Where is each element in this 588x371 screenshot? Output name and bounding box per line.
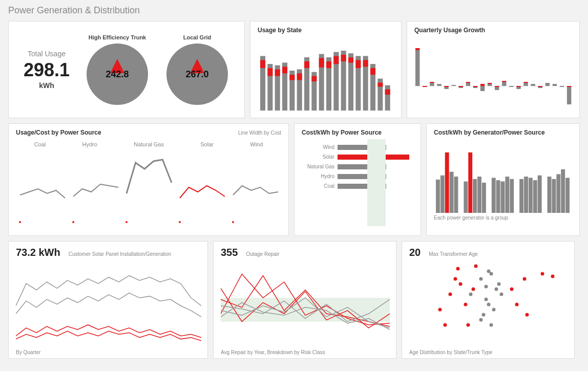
svg-rect-19	[326, 61, 331, 68]
hbar-row[interactable]: Wind	[302, 144, 413, 150]
svg-rect-103	[565, 178, 570, 213]
hbar-row[interactable]: Hydro	[302, 173, 413, 179]
card-title: Cost/kWh by Generator/Power Source	[434, 129, 572, 136]
svg-point-105	[469, 293, 473, 296]
svg-point-118	[479, 318, 483, 322]
svg-point-129	[444, 323, 447, 327]
svg-rect-43	[437, 84, 441, 86]
svg-point-75	[72, 221, 74, 223]
hbar-row[interactable]: Coal	[302, 183, 413, 189]
svg-rect-82	[450, 172, 454, 213]
card-note: Each power generator is a group	[434, 215, 572, 221]
svg-point-113	[497, 282, 501, 286]
svg-point-119	[438, 308, 442, 312]
svg-point-78	[232, 221, 234, 223]
svg-rect-34	[385, 85, 390, 111]
svg-rect-50	[466, 82, 470, 83]
svg-rect-73	[567, 86, 571, 87]
card-cost-kwh-generator: Cost/kWh by Generator/Power Source Each …	[426, 123, 580, 236]
svg-rect-59	[502, 82, 506, 86]
svg-rect-27	[355, 60, 361, 68]
card-footnote: Avg Repair by Year, Breakdown by Risk Cl…	[221, 350, 325, 355]
card-usage-by-state: Usage by State	[250, 21, 402, 118]
svg-rect-98	[538, 176, 542, 213]
gauge-title: High Efficiency Trunk	[87, 34, 148, 40]
svg-rect-66	[531, 84, 535, 86]
svg-rect-21	[333, 56, 339, 64]
quarterly-growth-chart[interactable]	[414, 34, 573, 111]
card-total-usage: Total Usage 298.1 kWh High Efficiency Tr…	[8, 21, 245, 118]
svg-point-133	[454, 277, 457, 281]
solar-panel-chart[interactable]	[16, 258, 201, 345]
svg-rect-45	[444, 86, 448, 87]
svg-rect-5	[275, 70, 280, 76]
svg-point-131	[510, 288, 514, 291]
svg-rect-72	[567, 86, 571, 104]
svg-rect-15	[311, 76, 317, 81]
svg-rect-70	[553, 84, 557, 86]
svg-rect-80	[440, 176, 445, 213]
hbar-label: Hydro	[302, 173, 338, 179]
svg-rect-54	[480, 84, 485, 86]
gauge-title: Local Grid	[166, 34, 228, 40]
svg-point-117	[500, 293, 503, 296]
card-transformer-age: 20 Max Transformer Age Age Distribution …	[402, 241, 575, 359]
svg-rect-35	[385, 90, 390, 95]
svg-rect-92	[505, 177, 509, 213]
usage-cost-chart[interactable]	[16, 147, 282, 224]
svg-rect-37	[415, 50, 419, 86]
hbar-label: Wind	[302, 144, 338, 150]
svg-point-112	[490, 323, 493, 327]
hbar-row[interactable]: Natural Gas	[302, 164, 413, 169]
hbar-row[interactable]: Solar	[302, 154, 413, 160]
svg-rect-61	[509, 86, 513, 87]
svg-point-127	[551, 275, 555, 278]
selection-band	[367, 139, 386, 226]
svg-rect-69	[545, 83, 550, 86]
card-title: Cost/kWh by Power Source	[302, 129, 413, 136]
svg-point-107	[485, 285, 488, 289]
svg-point-74	[19, 221, 21, 223]
card-usage-cost-by-source: Usage/Cost by Power Source Line Width by…	[8, 123, 289, 236]
svg-point-125	[523, 277, 527, 281]
svg-point-114	[485, 298, 488, 301]
svg-rect-97	[533, 180, 537, 213]
transformer-scatter-chart[interactable]	[409, 258, 568, 345]
svg-point-123	[456, 267, 460, 271]
svg-point-134	[472, 288, 475, 291]
svg-point-122	[467, 323, 470, 327]
svg-rect-17	[319, 58, 324, 68]
card-note: Line Width by Cost	[238, 130, 281, 136]
svg-rect-40	[423, 86, 427, 87]
svg-rect-53	[480, 86, 485, 91]
gauge-local-grid: Local Grid 267.0	[166, 34, 228, 105]
page-title: Power Generation & Distribution	[8, 5, 580, 16]
facet-label: Hydro	[82, 141, 97, 147]
hbar-label: Coal	[302, 183, 338, 189]
svg-rect-7	[282, 67, 287, 73]
svg-rect-81	[445, 152, 449, 213]
facet-labels: Coal Hydro Natural Gas Solar Wind	[16, 141, 281, 147]
card-quarterly-growth: Quarterly Usage Growth	[407, 21, 580, 118]
gauge-value: 242.8	[106, 69, 129, 80]
metric-label: Outage Repair	[246, 251, 279, 257]
svg-point-116	[487, 270, 491, 273]
svg-rect-58	[495, 86, 499, 87]
facet-label: Coal	[34, 141, 46, 147]
card-solar-panel: 73.2 kWh Customer Solar Panel Installati…	[8, 241, 208, 359]
card-title: Usage/Cost by Power Source	[16, 129, 101, 136]
svg-rect-99	[548, 177, 552, 213]
total-usage-value: 298.1	[16, 61, 77, 79]
svg-rect-38	[415, 48, 419, 50]
cost-kwh-generator-chart[interactable]	[434, 136, 573, 213]
svg-rect-79	[436, 180, 440, 213]
svg-rect-65	[523, 82, 528, 83]
outage-repair-chart[interactable]	[221, 258, 390, 345]
usage-by-state-chart[interactable]	[258, 34, 395, 111]
svg-rect-84	[464, 182, 468, 213]
card-footnote: Age Distribution by State/Trunk Type	[409, 350, 492, 355]
svg-rect-55	[488, 84, 492, 86]
svg-rect-3	[267, 68, 272, 76]
svg-rect-90	[496, 180, 500, 213]
svg-rect-33	[377, 83, 383, 87]
